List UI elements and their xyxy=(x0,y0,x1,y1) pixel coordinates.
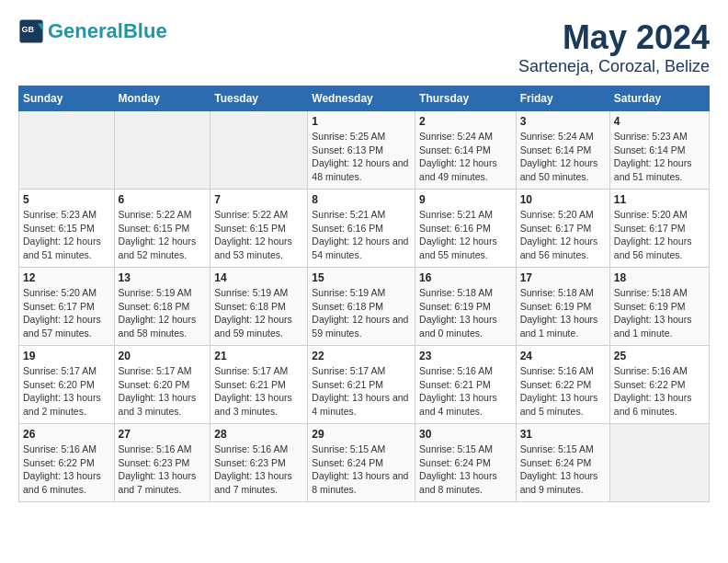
weekday-header-thursday: Thursday xyxy=(415,86,517,111)
day-number: 20 xyxy=(119,350,207,362)
calendar-cell: 14Sunrise: 5:19 AMSunset: 6:18 PMDayligh… xyxy=(210,268,308,346)
page-header: GB GeneralBlue May 2024 Sarteneja, Coroz… xyxy=(18,18,710,76)
day-info: Sunrise: 5:20 AMSunset: 6:17 PMDaylight:… xyxy=(520,208,606,262)
day-number: 25 xyxy=(614,350,705,362)
calendar-cell: 31Sunrise: 5:15 AMSunset: 6:24 PMDayligh… xyxy=(516,424,609,502)
day-number: 23 xyxy=(419,350,512,362)
weekday-header-friday: Friday xyxy=(516,86,609,111)
calendar-cell: 15Sunrise: 5:19 AMSunset: 6:18 PMDayligh… xyxy=(308,268,415,346)
day-info: Sunrise: 5:16 AMSunset: 6:22 PMDaylight:… xyxy=(520,364,606,419)
weekday-header-monday: Monday xyxy=(114,86,210,111)
day-number: 2 xyxy=(419,115,512,128)
day-info: Sunrise: 5:19 AMSunset: 6:18 PMDaylight:… xyxy=(119,286,207,340)
day-number: 17 xyxy=(520,271,606,284)
calendar-cell: 11Sunrise: 5:20 AMSunset: 6:17 PMDayligh… xyxy=(609,190,709,268)
day-info: Sunrise: 5:20 AMSunset: 6:17 PMDaylight:… xyxy=(23,286,110,340)
day-info: Sunrise: 5:16 AMSunset: 6:21 PMDaylight:… xyxy=(419,364,512,419)
day-number: 5 xyxy=(23,193,110,206)
day-info: Sunrise: 5:18 AMSunset: 6:19 PMDaylight:… xyxy=(614,286,705,340)
day-number: 15 xyxy=(312,271,411,284)
day-info: Sunrise: 5:18 AMSunset: 6:19 PMDaylight:… xyxy=(419,286,512,340)
day-info: Sunrise: 5:22 AMSunset: 6:15 PMDaylight:… xyxy=(214,208,303,262)
week-row-3: 12Sunrise: 5:20 AMSunset: 6:17 PMDayligh… xyxy=(19,268,710,346)
calendar-cell: 26Sunrise: 5:16 AMSunset: 6:22 PMDayligh… xyxy=(19,424,115,502)
day-info: Sunrise: 5:24 AMSunset: 6:14 PMDaylight:… xyxy=(520,130,606,184)
day-number: 13 xyxy=(119,271,207,284)
day-info: Sunrise: 5:20 AMSunset: 6:17 PMDaylight:… xyxy=(614,208,705,262)
logo: GB GeneralBlue xyxy=(18,18,167,44)
day-info: Sunrise: 5:23 AMSunset: 6:15 PMDaylight:… xyxy=(23,208,110,262)
day-info: Sunrise: 5:25 AMSunset: 6:13 PMDaylight:… xyxy=(312,130,411,184)
calendar-cell: 5Sunrise: 5:23 AMSunset: 6:15 PMDaylight… xyxy=(19,190,115,268)
week-row-2: 5Sunrise: 5:23 AMSunset: 6:15 PMDaylight… xyxy=(19,190,710,268)
calendar-cell: 20Sunrise: 5:17 AMSunset: 6:20 PMDayligh… xyxy=(114,346,210,424)
calendar-cell: 29Sunrise: 5:15 AMSunset: 6:24 PMDayligh… xyxy=(308,424,415,502)
calendar-cell: 21Sunrise: 5:17 AMSunset: 6:21 PMDayligh… xyxy=(210,346,308,424)
day-number: 9 xyxy=(419,193,512,206)
day-number: 12 xyxy=(23,271,110,284)
day-info: Sunrise: 5:22 AMSunset: 6:15 PMDaylight:… xyxy=(119,208,207,262)
page-subtitle: Sarteneja, Corozal, Belize xyxy=(518,57,710,76)
week-row-1: 1Sunrise: 5:25 AMSunset: 6:13 PMDaylight… xyxy=(19,111,710,190)
calendar-cell: 12Sunrise: 5:20 AMSunset: 6:17 PMDayligh… xyxy=(19,268,115,346)
weekday-header-wednesday: Wednesday xyxy=(308,86,415,111)
day-number: 21 xyxy=(214,350,303,362)
day-number: 8 xyxy=(312,193,411,206)
weekday-header-saturday: Saturday xyxy=(609,86,709,111)
logo-text: GeneralBlue xyxy=(48,20,167,42)
calendar-cell: 6Sunrise: 5:22 AMSunset: 6:15 PMDaylight… xyxy=(114,190,210,268)
day-info: Sunrise: 5:16 AMSunset: 6:23 PMDaylight:… xyxy=(214,442,303,497)
calendar-cell: 9Sunrise: 5:21 AMSunset: 6:16 PMDaylight… xyxy=(415,190,517,268)
day-number: 6 xyxy=(119,193,207,206)
day-number: 28 xyxy=(214,428,303,441)
day-number: 16 xyxy=(419,271,512,284)
day-number: 7 xyxy=(214,193,303,206)
calendar-cell: 8Sunrise: 5:21 AMSunset: 6:16 PMDaylight… xyxy=(308,190,415,268)
day-number: 14 xyxy=(214,271,303,284)
day-info: Sunrise: 5:17 AMSunset: 6:20 PMDaylight:… xyxy=(23,364,110,419)
day-info: Sunrise: 5:19 AMSunset: 6:18 PMDaylight:… xyxy=(214,286,303,340)
day-number: 22 xyxy=(312,350,411,362)
day-info: Sunrise: 5:23 AMSunset: 6:14 PMDaylight:… xyxy=(614,130,705,184)
day-number: 27 xyxy=(119,428,207,441)
calendar-cell: 17Sunrise: 5:18 AMSunset: 6:19 PMDayligh… xyxy=(516,268,609,346)
day-info: Sunrise: 5:16 AMSunset: 6:22 PMDaylight:… xyxy=(23,442,110,497)
calendar-table: SundayMondayTuesdayWednesdayThursdayFrid… xyxy=(18,86,710,502)
day-info: Sunrise: 5:17 AMSunset: 6:21 PMDaylight:… xyxy=(312,364,411,419)
day-number: 31 xyxy=(520,428,606,441)
calendar-cell: 13Sunrise: 5:19 AMSunset: 6:18 PMDayligh… xyxy=(114,268,210,346)
day-info: Sunrise: 5:15 AMSunset: 6:24 PMDaylight:… xyxy=(312,442,411,497)
calendar-cell: 4Sunrise: 5:23 AMSunset: 6:14 PMDaylight… xyxy=(609,111,709,190)
logo-icon: GB xyxy=(18,18,44,44)
day-number: 11 xyxy=(614,193,705,206)
day-number: 19 xyxy=(23,350,110,362)
day-info: Sunrise: 5:17 AMSunset: 6:20 PMDaylight:… xyxy=(119,364,207,419)
day-number: 26 xyxy=(23,428,110,441)
calendar-cell xyxy=(609,424,709,502)
svg-text:GB: GB xyxy=(22,25,35,34)
calendar-cell: 25Sunrise: 5:16 AMSunset: 6:22 PMDayligh… xyxy=(609,346,709,424)
day-number: 4 xyxy=(614,115,705,128)
calendar-cell: 7Sunrise: 5:22 AMSunset: 6:15 PMDaylight… xyxy=(210,190,308,268)
day-info: Sunrise: 5:18 AMSunset: 6:19 PMDaylight:… xyxy=(520,286,606,340)
day-info: Sunrise: 5:16 AMSunset: 6:22 PMDaylight:… xyxy=(614,364,705,419)
week-row-5: 26Sunrise: 5:16 AMSunset: 6:22 PMDayligh… xyxy=(19,424,710,502)
day-info: Sunrise: 5:15 AMSunset: 6:24 PMDaylight:… xyxy=(419,442,512,497)
day-number: 24 xyxy=(520,350,606,362)
calendar-cell xyxy=(19,111,115,190)
calendar-cell: 28Sunrise: 5:16 AMSunset: 6:23 PMDayligh… xyxy=(210,424,308,502)
calendar-cell: 16Sunrise: 5:18 AMSunset: 6:19 PMDayligh… xyxy=(415,268,517,346)
day-info: Sunrise: 5:21 AMSunset: 6:16 PMDaylight:… xyxy=(312,208,411,262)
day-info: Sunrise: 5:15 AMSunset: 6:24 PMDaylight:… xyxy=(520,442,606,497)
calendar-cell: 24Sunrise: 5:16 AMSunset: 6:22 PMDayligh… xyxy=(516,346,609,424)
day-number: 30 xyxy=(419,428,512,441)
weekday-header-row: SundayMondayTuesdayWednesdayThursdayFrid… xyxy=(19,86,710,111)
calendar-cell: 3Sunrise: 5:24 AMSunset: 6:14 PMDaylight… xyxy=(516,111,609,190)
calendar-cell: 1Sunrise: 5:25 AMSunset: 6:13 PMDaylight… xyxy=(308,111,415,190)
day-number: 10 xyxy=(520,193,606,206)
day-number: 3 xyxy=(520,115,606,128)
day-info: Sunrise: 5:19 AMSunset: 6:18 PMDaylight:… xyxy=(312,286,411,340)
day-number: 1 xyxy=(312,115,411,128)
calendar-cell: 23Sunrise: 5:16 AMSunset: 6:21 PMDayligh… xyxy=(415,346,517,424)
calendar-cell xyxy=(210,111,308,190)
